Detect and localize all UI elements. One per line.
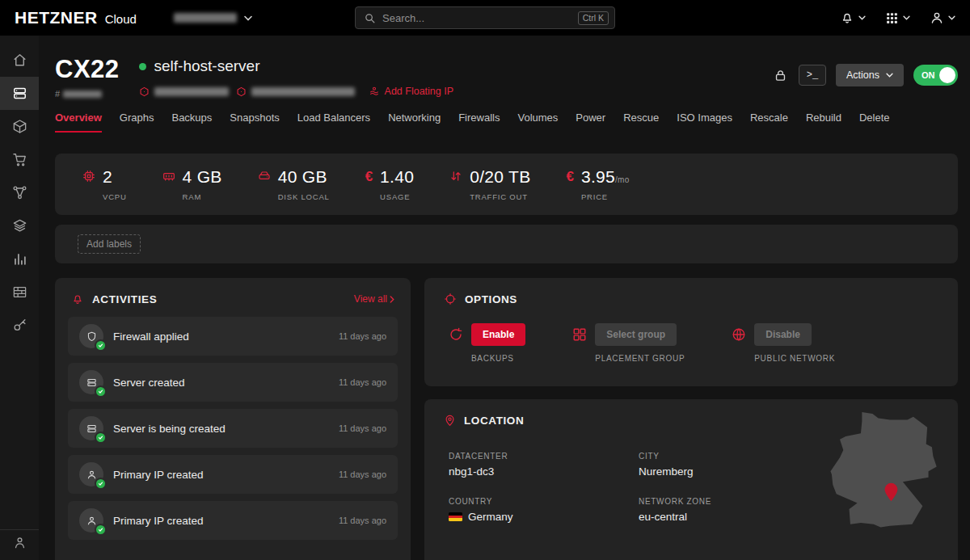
stat-value: 0/20 TB bbox=[470, 167, 530, 186]
sidebar-item-security[interactable] bbox=[0, 309, 39, 342]
search-bar[interactable]: Ctrl K bbox=[355, 6, 615, 29]
notifications-menu[interactable] bbox=[840, 11, 866, 25]
stat-value: 1.40 bbox=[380, 167, 414, 186]
tab-backups[interactable]: Backups bbox=[171, 112, 212, 133]
activity-row[interactable]: Server is being created 11 days ago bbox=[68, 409, 398, 448]
power-toggle[interactable]: ON bbox=[913, 65, 958, 86]
sidebar-item-marketplace[interactable] bbox=[0, 143, 39, 176]
add-labels-button[interactable]: Add labels bbox=[78, 234, 141, 254]
avatar bbox=[79, 462, 103, 486]
tab-rescale[interactable]: Rescale bbox=[750, 112, 788, 133]
check-badge-icon bbox=[95, 432, 107, 444]
server-icon bbox=[86, 377, 97, 388]
germany-map bbox=[829, 409, 940, 532]
cpu-icon bbox=[82, 167, 95, 200]
server-id-prefix: # bbox=[55, 89, 60, 99]
hetzner-logo[interactable]: HETZNER Cloud bbox=[15, 8, 137, 27]
chevron-down-icon bbox=[948, 15, 955, 20]
ipv6-item[interactable] bbox=[236, 86, 355, 97]
tab-rescue[interactable]: Rescue bbox=[623, 112, 659, 133]
tab-delete[interactable]: Delete bbox=[859, 112, 890, 133]
lock-icon[interactable] bbox=[774, 68, 787, 83]
map-pin-icon bbox=[444, 414, 456, 427]
chevron-down-icon bbox=[903, 15, 910, 20]
option-backups: Enable BACKUPS bbox=[449, 323, 525, 363]
header-controls: >_ Actions ON bbox=[774, 57, 958, 86]
server-specs-card: 2 VCPU 4 GB RAM 40 GB DISK LOCAL € bbox=[55, 154, 958, 215]
tab-power[interactable]: Power bbox=[576, 112, 605, 133]
sidebar bbox=[0, 36, 39, 560]
tab-graphs[interactable]: Graphs bbox=[120, 112, 154, 133]
bell-icon bbox=[840, 11, 854, 25]
server-icon bbox=[86, 423, 97, 434]
view-all-link[interactable]: View all bbox=[354, 293, 394, 305]
tab-networking[interactable]: Networking bbox=[388, 112, 441, 133]
console-button[interactable]: >_ bbox=[799, 65, 826, 86]
cube-icon bbox=[12, 119, 27, 134]
stat-vcpu: 2 VCPU bbox=[82, 167, 127, 200]
ipv4-item[interactable] bbox=[139, 86, 229, 97]
field-label: NETWORK ZONE bbox=[639, 497, 820, 506]
activity-text: Server created bbox=[113, 377, 185, 389]
ip-icon bbox=[139, 86, 150, 97]
actions-button[interactable]: Actions bbox=[836, 64, 904, 86]
traffic-icon bbox=[449, 167, 462, 200]
topbar: HETZNER Cloud Ctrl K bbox=[0, 0, 970, 36]
redacted-ipv4 bbox=[154, 87, 229, 96]
activity-row[interactable]: Firewall applied 11 days ago bbox=[68, 317, 398, 356]
ip-row: Add Floating IP bbox=[139, 86, 453, 97]
support-icon bbox=[13, 536, 27, 549]
apps-menu[interactable] bbox=[885, 11, 910, 25]
tab-snapshots[interactable]: Snapshots bbox=[230, 112, 279, 133]
field-label: CITY bbox=[639, 452, 820, 461]
main-content: CX22 # self-host-server bbox=[39, 36, 970, 560]
tab-firewalls[interactable]: Firewalls bbox=[458, 112, 500, 133]
topbar-actions bbox=[840, 11, 955, 25]
redacted-ipv6 bbox=[251, 87, 355, 96]
activity-row[interactable]: Primary IP created 11 days ago bbox=[68, 455, 398, 494]
tab-iso-images[interactable]: ISO Images bbox=[677, 112, 732, 133]
sidebar-item-metrics[interactable] bbox=[0, 242, 39, 276]
chevron-down-icon bbox=[886, 73, 893, 78]
price-value: 3.95 bbox=[581, 167, 615, 186]
ip-icon bbox=[236, 86, 247, 97]
location-fields: DATACENTER nbg1-dc3 CITY Nuremberg COUNT… bbox=[441, 452, 820, 523]
check-badge-icon bbox=[95, 524, 107, 536]
location-title: LOCATION bbox=[464, 415, 524, 427]
account-menu[interactable] bbox=[930, 11, 955, 25]
sidebar-item-load-balancers[interactable] bbox=[0, 209, 39, 242]
search-shortcut: Ctrl K bbox=[578, 11, 609, 25]
sidebar-item-networks[interactable] bbox=[0, 176, 39, 209]
user-icon bbox=[930, 11, 944, 25]
stat-value: 2 bbox=[103, 167, 127, 186]
tab-overview[interactable]: Overview bbox=[55, 112, 102, 133]
sidebar-item-firewalls[interactable] bbox=[0, 276, 39, 309]
activity-row[interactable]: Primary IP created 11 days ago bbox=[68, 501, 398, 540]
select-placement-group-button[interactable]: Select group bbox=[595, 323, 677, 346]
activity-time: 11 days ago bbox=[339, 377, 386, 387]
tab-load-balancers[interactable]: Load Balancers bbox=[297, 112, 370, 133]
stat-label: RAM bbox=[183, 192, 222, 201]
activity-text: Primary IP created bbox=[113, 469, 204, 481]
project-selector[interactable] bbox=[174, 13, 252, 23]
user-icon bbox=[86, 516, 97, 526]
network-nodes-icon bbox=[12, 185, 27, 200]
server-type-block: CX22 # bbox=[55, 57, 120, 99]
stat-label: PRICE bbox=[581, 192, 630, 201]
sidebar-item-volumes[interactable] bbox=[0, 110, 39, 143]
add-floating-ip-link[interactable]: Add Floating IP bbox=[369, 86, 453, 97]
disable-public-network-button[interactable]: Disable bbox=[754, 323, 812, 346]
euro-icon: € bbox=[365, 167, 373, 200]
sidebar-item-servers[interactable] bbox=[0, 77, 39, 110]
tab-volumes[interactable]: Volumes bbox=[517, 112, 558, 133]
sidebar-item-support[interactable] bbox=[0, 526, 39, 559]
search-input[interactable] bbox=[382, 12, 578, 24]
field-value: eu-central bbox=[639, 511, 820, 523]
stat-value: 40 GB bbox=[278, 167, 330, 186]
enable-backups-button[interactable]: Enable bbox=[471, 323, 525, 346]
user-icon bbox=[86, 469, 97, 480]
option-public-network: Disable PUBLIC NETWORK bbox=[732, 323, 835, 363]
tab-rebuild[interactable]: Rebuild bbox=[806, 112, 841, 133]
sidebar-item-home[interactable] bbox=[0, 44, 39, 77]
activity-row[interactable]: Server created 11 days ago bbox=[68, 363, 398, 402]
